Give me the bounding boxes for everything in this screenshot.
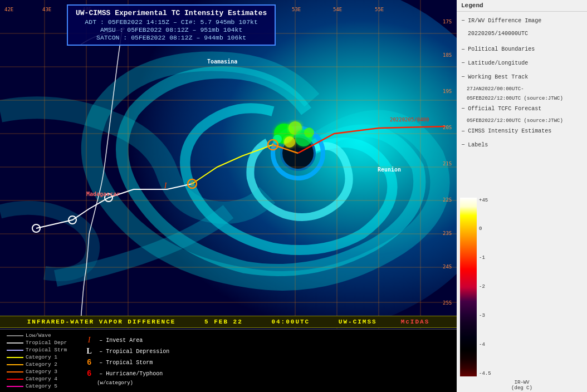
- legend-hurricane: 6 – Hurricane/Typhoon: [84, 369, 169, 378]
- svg-text:42E: 42E: [4, 7, 13, 12]
- legend-item-ts: Tropical Strm: [7, 347, 67, 353]
- svg-text:6: 6: [190, 180, 194, 187]
- right-legend-list: – IR/WV Difference Image 20220205/140000…: [457, 12, 587, 198]
- cb-label-1: -1: [479, 255, 491, 261]
- cb-label-2: -2: [479, 284, 491, 290]
- legend-tropical-depression: L – Tropical Depression: [84, 347, 169, 356]
- cb-label-0: 0: [479, 226, 491, 232]
- colorbar-title: IR–WV(deg C): [457, 379, 587, 392]
- legend-color-cat2: [7, 364, 23, 365]
- legend-item-cat2: Category 2: [7, 361, 67, 367]
- legend-label-cat2: Category 2: [26, 361, 57, 367]
- satellite-image: 6 I 6 20220205/0400 17S 18S 19S 20S 21S …: [0, 0, 457, 329]
- bottom-bar-main: INFRARED-WATER VAPOR DIFFERENCE 5 FEB 22…: [27, 318, 401, 325]
- legend-item-cat3: Category 3: [7, 369, 67, 375]
- svg-text:Madagascar: Madagascar: [86, 191, 120, 197]
- rl-besttrack: – Working Best Track: [461, 71, 583, 84]
- right-panel-title: Legend: [457, 0, 587, 12]
- legend-color-ts: [7, 350, 23, 351]
- bottom-bar: INFRARED-WATER VAPOR DIFFERENCE 5 FEB 22…: [0, 316, 457, 328]
- legend-color-low: [7, 335, 23, 336]
- right-colorbar-labels: +45 0 -1 -2 -3 -4 -4.5: [477, 198, 491, 377]
- svg-text:54E: 54E: [333, 7, 342, 12]
- hurricane-label: – Hurricane/Typhoon: [99, 371, 163, 377]
- rl-cimss: – CIMSS Intensity Estimates: [461, 126, 583, 138]
- amsu-line: AMSU : 05FEB2022 08:12Z – 951mb 104kt: [76, 26, 267, 33]
- cb-label-4: -4: [479, 342, 491, 347]
- svg-text:23S: 23S: [443, 231, 452, 236]
- legend-color-td: [7, 342, 23, 344]
- legend-label-cat1: Category 1: [26, 354, 57, 360]
- legend-tropical-storm: 6 – Tropical Storm: [84, 358, 169, 367]
- rl-date: 20220205/140000UTC: [461, 29, 583, 39]
- legend-label-ts: Tropical Strm: [26, 347, 67, 353]
- legend-label-td: Tropical Depr: [26, 340, 67, 346]
- ts-symbol: 6: [84, 358, 95, 367]
- right-panel: Legend – IR/WV Difference Image 20220205…: [457, 0, 587, 392]
- info-box: UW-CIMSS Experimental TC Intensity Estim…: [67, 4, 276, 46]
- legend-label-cat5: Category 5: [26, 383, 57, 389]
- cb-label-3: -3: [479, 313, 491, 318]
- rl-tcfc-dates: 05FEB2022/12:00UTC (source:JTWC): [461, 116, 583, 125]
- svg-text:24S: 24S: [443, 264, 452, 270]
- svg-point-9: [304, 128, 314, 138]
- satcon-line: SATCON : 05FEB2022 08:12Z – 944mb 106kt: [76, 34, 267, 41]
- legend-label-cat3: Category 3: [26, 369, 57, 375]
- svg-text:25S: 25S: [443, 300, 452, 306]
- svg-text:20S: 20S: [443, 125, 452, 130]
- svg-rect-53: [460, 198, 477, 377]
- svg-text:19S: 19S: [443, 89, 452, 94]
- legend-item-cat5: Category 5: [7, 383, 67, 389]
- legend-label-low: Low/Wave: [26, 332, 51, 339]
- rl-irwv: – IR/WV Difference Image: [461, 15, 583, 27]
- main-container: 6 I 6 20220205/0400 17S 18S 19S 20S 21S …: [0, 0, 587, 392]
- svg-text:18S: 18S: [443, 52, 452, 58]
- legend-color-cat4: [7, 379, 23, 380]
- adt-line: ADT : 05FEB2022 14:15Z – CI#: 5.7 945mb …: [76, 18, 267, 26]
- legend-color-cat3: [7, 371, 23, 373]
- rl-labels: – Labels: [461, 139, 583, 151]
- legend-item-td: Tropical Depr: [7, 340, 67, 346]
- rl-latlon: – Latitude/Longitude: [461, 57, 583, 70]
- legend-area: Low/Wave Tropical Depr Tropical Strm Cat…: [0, 329, 457, 392]
- svg-text:17S: 17S: [443, 19, 452, 24]
- rl-besttrack-dates: 27JAN2022/00:00UTC-05FEB2022/12:00UTC (s…: [461, 85, 583, 102]
- cb-label-45: +45: [479, 198, 491, 203]
- svg-text:43E: 43E: [42, 7, 51, 12]
- svg-text:Reunion: Reunion: [378, 166, 401, 173]
- td-symbol: L: [84, 347, 95, 356]
- svg-text:21S: 21S: [443, 161, 452, 166]
- svg-text:22S: 22S: [443, 197, 452, 203]
- hurricane-note: (w/category): [97, 380, 169, 386]
- legend-label-cat4: Category 4: [26, 376, 57, 382]
- map-area: 6 I 6 20220205/0400 17S 18S 19S 20S 21S …: [0, 0, 457, 392]
- svg-text:Toamasina: Toamasina: [207, 58, 237, 65]
- svg-text:55E: 55E: [375, 7, 384, 12]
- legend-color-cat1: [7, 357, 23, 358]
- info-title: UW-CIMSS Experimental TC Intensity Estim…: [76, 9, 267, 17]
- right-colorbar: [460, 198, 477, 377]
- td-label: – Tropical Depression: [99, 349, 169, 355]
- invest-label: – Invest Area: [99, 337, 143, 344]
- invest-symbol: I: [84, 336, 95, 345]
- legend-lines: Low/Wave Tropical Depr Tropical Strm Cat…: [7, 332, 67, 389]
- rl-tcfc: – Official TCFC Forecast: [461, 103, 583, 115]
- cb-label-45neg: -4.5: [479, 371, 491, 376]
- hurricane-symbol: 6: [84, 369, 95, 378]
- svg-text:6: 6: [271, 142, 275, 149]
- legend-item-cat1: Category 1: [7, 354, 67, 360]
- legend-item-low: Low/Wave: [7, 332, 67, 339]
- svg-point-7: [284, 136, 295, 148]
- legend-symbols: I – Invest Area L – Tropical Depression …: [84, 336, 169, 386]
- legend-color-cat5: [7, 386, 23, 387]
- legend-invest: I – Invest Area: [84, 336, 169, 345]
- svg-text:53E: 53E: [292, 7, 301, 12]
- legend-item-cat4: Category 4: [7, 376, 67, 382]
- ts-label: – Tropical Storm: [99, 360, 153, 366]
- right-colorbar-section: +45 0 -1 -2 -3 -4 -4.5: [457, 198, 587, 379]
- svg-text:20220205/0400: 20220205/0400: [390, 117, 429, 122]
- rl-political: – Political Boundaries: [461, 44, 583, 56]
- bottom-bar-software: McIDAS: [401, 318, 430, 325]
